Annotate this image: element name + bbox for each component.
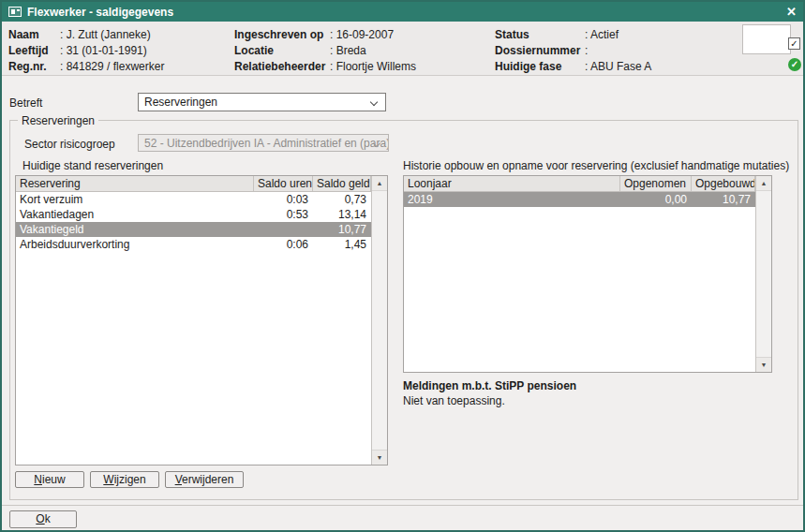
betreft-selected-value: Reserveringen [144,96,217,109]
field-label: Relatiebeheerder [234,59,330,75]
reservation-hours: 0:53 [254,207,313,222]
verwijderen-button[interactable]: Verwijderen [165,471,244,488]
scroll-down-icon[interactable]: ▼ [372,450,387,465]
info-column-2: Ingeschreven op: 16-09-2007 Locatie: Bre… [234,27,416,75]
window-icon [8,7,22,17]
column-header-saldo-uren[interactable]: Saldo uren [254,176,313,191]
reservations-table-body: Kort verzuim 0:03 0,73 Vakantiedagen 0:5… [16,192,371,252]
history-table-title: Historie opbouw en opname voor reserveri… [403,159,789,172]
scrollbar-track[interactable] [372,191,387,450]
history-table-body: 2019 0,00 10,77 [404,192,755,207]
field-value: : J. Zutt (Janneke) [60,27,151,43]
info-column-3: Status: Actief Dossiernummer: Huidige fa… [495,27,651,75]
field-value: : Floortje Willems [330,59,416,75]
reservation-hours [254,222,313,237]
reservation-money: 13,14 [313,207,371,222]
field-label: Huidige fase [495,59,585,75]
column-header-opgebouwd[interactable]: Opgebouwd [692,176,755,191]
history-table: Loonjaar Opgenomen Opgebouwd 2019 0,00 1… [403,175,772,373]
field-value: : Breda [330,43,366,59]
footer-divider [2,505,803,506]
scrollbar-track[interactable] [756,191,771,357]
field-value: : 841829 / flexwerker [60,59,164,75]
reservation-row[interactable]: Arbeidsduurverkorting 0:06 1,45 [16,237,371,252]
scroll-down-icon[interactable]: ▼ [756,357,771,372]
reservation-hours: 0:06 [254,237,313,252]
reservation-hours: 0:03 [254,192,313,207]
field-label: Naam [8,27,60,43]
betreft-select[interactable]: Reserveringen [138,93,386,111]
column-header-loonjaar[interactable]: Loonjaar [404,176,620,191]
nieuw-button[interactable]: Nieuw [15,471,84,488]
close-icon[interactable]: ✕ [786,2,797,22]
reservation-money: 1,45 [313,237,371,252]
chevron-down-icon [370,98,378,106]
scrollbar-vertical[interactable]: ▲ ▼ [371,176,387,465]
sector-selected-value: 52 - Uitzendbedrijven IA - Administratie… [144,137,389,150]
field-label: Dossiernummer [495,43,585,59]
status-ok-icon: ✓ [788,58,801,71]
field-label: Ingeschreven op [234,27,330,43]
betreft-label: Betreft [9,96,42,110]
field-label: Leeftijd [8,43,60,59]
field-value: : 16-09-2007 [330,27,394,43]
field-value: : Actief [585,27,619,43]
info-column-1: Naam: J. Zutt (Janneke) Leeftijd: 31 (01… [8,27,164,75]
history-opgebouwd: 10,77 [692,192,755,207]
reservation-name: Vakantiedagen [16,207,254,222]
field-value: : ABU Fase A [585,59,651,75]
column-header-saldo-geld[interactable]: Saldo geld [313,176,371,191]
field-label: Reg.nr. [8,59,60,75]
history-table-header: Loonjaar Opgenomen Opgebouwd [404,176,755,192]
ok-button[interactable]: Ok [9,510,77,528]
window-title: Flexwerker - saldigegevens [27,6,173,19]
scrollbar-vertical[interactable]: ▲ ▼ [755,176,771,372]
reservations-table-title: Huidige stand reserveringen [22,159,163,172]
header-checkbox[interactable]: ✓ [788,37,800,50]
field-label: Locatie [234,43,330,59]
scroll-up-icon[interactable]: ▲ [372,176,387,191]
field-value: : 31 (01-01-1991) [60,43,147,59]
wijzigen-button[interactable]: Wijzigen [90,471,159,488]
history-year: 2019 [404,192,620,207]
photo-placeholder [742,24,791,54]
groupbox-legend: Reserveringen [18,114,98,127]
reservation-row[interactable]: Vakantiedagen 0:53 13,14 [16,207,371,222]
column-header-reservering[interactable]: Reservering [16,176,254,191]
reservation-money: 0,73 [313,192,371,207]
reservation-name: Vakantiegeld [16,222,254,237]
reservation-name: Kort verzuim [16,192,254,207]
reservation-row-selected[interactable]: Vakantiegeld 10,77 [16,222,371,237]
reservations-table: Reservering Saldo uren Saldo geld Kort v… [15,175,388,466]
scroll-up-icon[interactable]: ▲ [756,176,771,191]
sector-risicogroep-label: Sector risicogroep [24,138,115,151]
history-opgenomen: 0,00 [620,192,692,207]
field-label: Status [495,27,585,43]
reservation-name: Arbeidsduurverkorting [16,237,254,252]
flexworker-info-panel: Naam: J. Zutt (Janneke) Leeftijd: 31 (01… [2,22,803,76]
sector-risicogroep-select[interactable]: 52 - Uitzendbedrijven IA - Administratie… [138,134,389,152]
titlebar: Flexwerker - saldigegevens ✕ [2,2,803,22]
reservation-money: 10,77 [313,222,371,237]
stipp-title: Meldingen m.b.t. StiPP pensioen [403,379,576,392]
column-header-opgenomen[interactable]: Opgenomen [620,176,692,191]
field-value: : [585,43,588,59]
history-row-selected[interactable]: 2019 0,00 10,77 [404,192,755,207]
dialog-flexwerker-saldogegevens: Flexwerker - saldigegevens ✕ Naam: J. Zu… [0,0,805,532]
reservations-table-header: Reservering Saldo uren Saldo geld [16,176,371,192]
reservation-row[interactable]: Kort verzuim 0:03 0,73 [16,192,371,207]
stipp-text: Niet van toepassing. [403,394,505,407]
